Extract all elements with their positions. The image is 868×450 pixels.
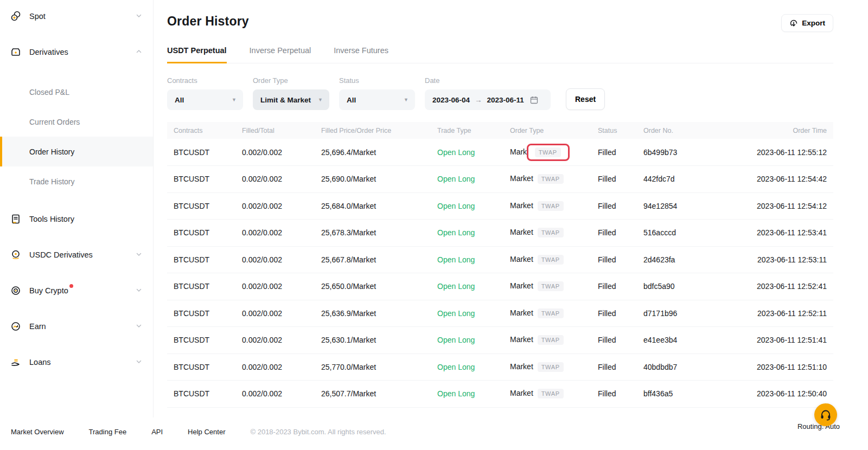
sidebar-item-earn[interactable]: Earn — [0, 316, 153, 337]
chevron-down-icon — [136, 250, 142, 260]
cell-trade-type: Open Long — [431, 220, 503, 247]
sidebar-subitem-trade-history[interactable]: Trade History — [0, 166, 153, 196]
twap-badge: TWAP — [538, 174, 564, 184]
table-row: BTCUSDT0.002/0.00225,684.0/MarketOpen Lo… — [167, 192, 833, 220]
cell-filled-total: 0.002/0.002 — [235, 166, 315, 193]
tab-usdt-perpetual[interactable]: USDT Perpetual — [167, 46, 227, 63]
cell-order-type: MarketTWAP — [503, 353, 591, 381]
twap-badge: TWAP — [538, 255, 564, 265]
footer-link-trading-fee[interactable]: Trading Fee — [89, 428, 127, 436]
sidebar-item-derivatives[interactable]: Derivatives — [0, 41, 153, 63]
order-type-dropdown[interactable]: Limit & Market ▼ — [253, 89, 329, 110]
cell-order-type: MarketTWAP — [503, 192, 591, 220]
cell-filled-price: 25,678.3/Market — [315, 220, 431, 247]
sidebar-item-buy-crypto[interactable]: Buy Crypto — [0, 280, 153, 301]
order-type-text: Market — [510, 201, 533, 210]
twap-badge: TWAP — [538, 281, 564, 291]
cell-contracts: BTCUSDT — [167, 220, 235, 247]
cell-status: Filled — [591, 273, 637, 300]
chevron-down-icon: ▼ — [232, 97, 237, 102]
headset-icon — [819, 408, 832, 421]
cell-order-no: bdfc5a90 — [637, 273, 729, 300]
cell-filled-price: 25,690.0/Market — [315, 166, 431, 193]
date-end: 2023-06-11 — [487, 96, 524, 104]
tab-inverse-perpetual[interactable]: Inverse Perpetual — [250, 46, 311, 63]
tools-history-icon — [10, 213, 22, 225]
filter-date-label: Date — [425, 76, 551, 85]
chevron-down-icon — [136, 322, 142, 331]
contracts-dropdown-value: All — [175, 96, 184, 104]
cell-order-time: 2023-06-11 12:53:41 — [729, 220, 833, 247]
footer-link-api[interactable]: API — [151, 428, 163, 436]
cell-order-type: MarketTWAP — [503, 381, 591, 408]
column-header-order-no: Order No. — [637, 122, 729, 139]
contracts-dropdown[interactable]: All ▼ — [167, 89, 243, 110]
cell-status: Filled — [591, 166, 637, 193]
sidebar-item-label: Derivatives — [29, 48, 68, 56]
cell-order-type: MarketTWAP — [503, 139, 591, 166]
order-type-text: Market — [510, 228, 533, 236]
footer-link-market-overview[interactable]: Market Overview — [11, 428, 64, 436]
cell-filled-price: 25,696.4/Market — [315, 139, 431, 166]
cell-trade-type: Open Long — [431, 327, 503, 354]
cell-trade-type: Open Long — [431, 381, 503, 408]
sidebar-item-loans[interactable]: Loans — [0, 351, 153, 373]
sidebar-subitem-label: Closed P&L — [29, 88, 69, 97]
status-dropdown[interactable]: All ▼ — [339, 89, 415, 110]
tab-inverse-futures[interactable]: Inverse Futures — [334, 46, 388, 63]
sidebar-subitem-order-history[interactable]: Order History — [0, 137, 153, 166]
date-range-picker[interactable]: 2023-06-04 → 2023-06-11 — [425, 89, 551, 110]
cell-filled-total: 0.002/0.002 — [235, 353, 315, 381]
chevron-down-icon — [136, 11, 142, 21]
cell-order-type: MarketTWAP — [503, 300, 591, 327]
order-type-text: Market — [510, 281, 533, 290]
table-row: BTCUSDT0.002/0.00225,770.0/MarketOpen Lo… — [167, 353, 833, 381]
cell-order-time: 2023-06-11 12:52:41 — [729, 273, 833, 300]
copyright-text: © 2018-2023 Bybit.com. All rights reserv… — [250, 428, 386, 436]
cell-status: Filled — [591, 327, 637, 354]
filter-contracts: Contracts All ▼ — [167, 76, 243, 110]
cell-filled-price: 25,636.9/Market — [315, 300, 431, 327]
cell-order-no: 442fdc7d — [637, 166, 729, 193]
annotation-highlight-box: TWAP — [527, 144, 570, 161]
sidebar-item-spot[interactable]: Spot — [0, 5, 153, 27]
cell-order-type: MarketTWAP — [503, 327, 591, 354]
tab-bar: USDT PerpetualInverse PerpetualInverse F… — [167, 46, 833, 63]
buy-crypto-icon — [10, 285, 22, 297]
cell-contracts: BTCUSDT — [167, 327, 235, 354]
column-header-filled-price-order-price: Filled Price/Order Price — [315, 122, 431, 139]
filter-contracts-label: Contracts — [167, 76, 243, 85]
cell-order-time: 2023-06-11 12:50:40 — [729, 381, 833, 408]
table-row: BTCUSDT0.002/0.00225,696.4/MarketOpen Lo… — [167, 139, 833, 166]
table-row: BTCUSDT0.002/0.00225,678.3/MarketOpen Lo… — [167, 220, 833, 247]
main-content: Order History Export USDT PerpetualInver… — [167, 0, 833, 408]
derivatives-icon — [10, 46, 22, 58]
sidebar-nav: SpotDerivativesClosed P&LCurrent OrdersO… — [0, 0, 154, 417]
cell-filled-total: 0.002/0.002 — [235, 327, 315, 354]
chevron-down-icon — [136, 357, 142, 367]
sidebar-subitem-current-orders[interactable]: Current Orders — [0, 107, 153, 137]
sidebar-item-label: Earn — [29, 322, 46, 331]
column-header-order-time: Order Time — [729, 122, 833, 139]
footer-link-help-center[interactable]: Help Center — [188, 428, 225, 436]
cell-order-no: bff436a5 — [637, 381, 729, 408]
cell-contracts: BTCUSDT — [167, 246, 235, 273]
cell-order-type: MarketTWAP — [503, 273, 591, 300]
support-button[interactable] — [814, 403, 837, 426]
sidebar-item-label: Spot — [29, 12, 46, 21]
filter-date: Date 2023-06-04 → 2023-06-11 — [425, 76, 551, 110]
sidebar-subitem-label: Trade History — [29, 177, 75, 186]
sidebar-item-usdc-derivatives[interactable]: USDC Derivatives — [0, 244, 153, 266]
twap-badge: TWAP — [538, 228, 564, 237]
sidebar-item-label: Tools History — [29, 215, 74, 223]
sidebar-subitem-closed-p-l[interactable]: Closed P&L — [0, 77, 153, 107]
export-button[interactable]: Export — [781, 14, 833, 32]
cell-status: Filled — [591, 246, 637, 273]
sidebar-item-tools-history[interactable]: Tools History — [0, 208, 153, 230]
cell-status: Filled — [591, 353, 637, 381]
cell-filled-price: 25,630.1/Market — [315, 327, 431, 354]
cell-contracts: BTCUSDT — [167, 166, 235, 193]
twap-badge: TWAP — [538, 201, 564, 211]
export-label: Export — [802, 19, 825, 27]
reset-button[interactable]: Reset — [566, 88, 605, 110]
